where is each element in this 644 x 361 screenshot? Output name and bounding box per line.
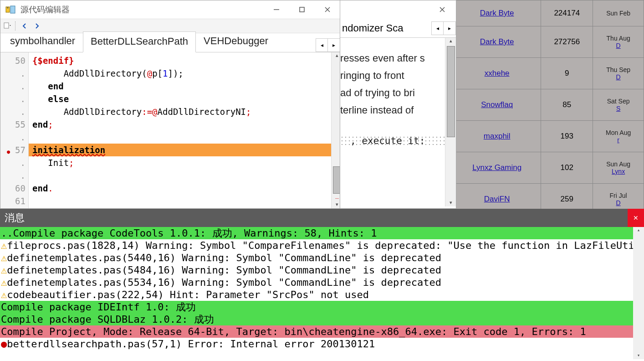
tab-symbolhandler[interactable]: symbolhandler [2, 31, 83, 52]
message-line[interactable]: ⚠definetemplates.pas(5534,16) Warning: S… [0, 276, 644, 289]
right-close-button[interactable] [433, 1, 451, 18]
right-tab[interactable]: ndomizer Sca [342, 22, 404, 34]
right-window: ndomizer Sca ◂ ▸ resses even after s rin… [340, 0, 456, 209]
maximize-button[interactable] [289, 1, 315, 18]
table-row: Dark Byte224174Sun Feb [453, 0, 644, 26]
tab-scroll-right-icon[interactable]: ▸ [328, 39, 340, 52]
svg-rect-4 [300, 7, 304, 12]
tab-betterdllsearchpath[interactable]: BetterDLLSearchPath [83, 31, 196, 52]
table-row: xxhehe9Thu SepD [453, 58, 644, 89]
message-line[interactable]: ⚠fileprocs.pas(1828,14) Warning: Symbol … [0, 239, 644, 252]
user-link[interactable]: DaviFN [484, 195, 510, 203]
user-link[interactable]: Dark Byte [480, 9, 514, 17]
right-scrollbar[interactable]: ▴ ▾ [445, 38, 456, 206]
user-link[interactable]: Snowflaq [481, 100, 513, 109]
user-link[interactable]: maxphil [484, 132, 511, 140]
right-tab-left-icon[interactable]: ◂ [432, 22, 444, 35]
messages-header[interactable]: 消息 ✕ [0, 209, 644, 227]
messages-close-button[interactable]: ✕ [628, 209, 644, 227]
message-line[interactable]: ..Compile package CodeTools 1.0.1: 成功, W… [0, 227, 644, 239]
right-tab-right-icon[interactable]: ▸ [444, 22, 455, 35]
svg-rect-1 [10, 6, 15, 13]
gutter: 50 . . . . 55 . 57 . . 60 61 [0, 52, 29, 208]
table-row: Dark Byte272756Thu AugD [453, 26, 644, 58]
right-content[interactable]: resses even after s ringing to front ad … [340, 38, 456, 206]
editor-tabs: symbolhandler BetterDLLSearchPath VEHDeb… [0, 33, 342, 52]
source-editor-window: 源代码编辑器 symbolhandler BetterDLLSearchPath… [0, 0, 342, 209]
table-row: Snowflaq85Sat SepS [453, 89, 644, 121]
tab-scroll-left-icon[interactable]: ◂ [316, 39, 328, 52]
table-row: Lynxz Gaming102Sun AugLynx [453, 152, 644, 184]
messages-body[interactable]: ..Compile package CodeTools 1.0.1: 成功, W… [0, 227, 644, 359]
user-link[interactable]: Dark Byte [480, 37, 514, 46]
messages-title: 消息 [5, 211, 25, 225]
titlebar[interactable]: 源代码编辑器 [0, 0, 342, 19]
tab-nav: ◂ ▸ [316, 38, 340, 52]
message-line[interactable]: Compile Project, Mode: Release 64-Bit, T… [0, 325, 644, 338]
message-line[interactable]: ●betterdllsearchpath.pas(57,1) Error: In… [0, 338, 644, 350]
messages-scrollbar[interactable]: ▴ ▾ [633, 227, 644, 359]
messages-panel: 消息 ✕ ..Compile package CodeTools 1.0.1: … [0, 209, 644, 361]
tab-vehdebugger[interactable]: VEHDebugger [196, 31, 276, 52]
message-line[interactable]: Compile package IDEIntf 1.0: 成功 [0, 301, 644, 313]
code-area[interactable]: {$endif} AddDllDirectory(@p[1]); end els… [29, 52, 342, 208]
message-line[interactable]: ⚠definetemplates.pas(5484,16) Warning: S… [0, 264, 644, 276]
document-dropdown-icon[interactable] [2, 21, 13, 31]
user-link[interactable]: xxhehe [485, 69, 510, 77]
window-title: 源代码编辑器 [20, 4, 264, 15]
user-link[interactable]: Lynxz Gaming [472, 163, 521, 172]
nav-back-icon[interactable] [20, 21, 31, 31]
svg-rect-7 [4, 23, 9, 28]
message-line[interactable]: ⚠definetemplates.pas(5440,16) Warning: S… [0, 252, 644, 264]
right-titlebar[interactable] [340, 0, 456, 19]
svg-point-2 [7, 7, 9, 9]
table-row: maxphil193Mon Augr [453, 121, 644, 152]
close-button[interactable] [315, 1, 340, 18]
code-editor[interactable]: 50 . . . . 55 . 57 . . 60 61 {$endif} Ad… [0, 52, 342, 208]
message-line[interactable]: ⚠codebeautifier.pas(222,54) Hint: Parame… [0, 289, 644, 301]
separator [15, 21, 18, 31]
app-icon [5, 4, 16, 15]
message-line[interactable]: Compile package SQLDBLaz 1.0.2: 成功 [0, 313, 644, 325]
minimize-button[interactable] [264, 1, 289, 18]
right-tabs: ndomizer Sca ◂ ▸ [340, 19, 456, 38]
nav-forward-icon[interactable] [31, 21, 42, 31]
